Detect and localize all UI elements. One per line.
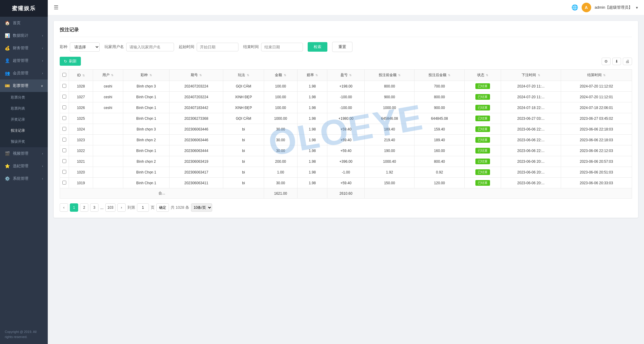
page-btn-2[interactable]: 2: [80, 203, 88, 212]
sidebar-item-lottery-category[interactable]: 彩票分类: [0, 92, 48, 103]
page-btn-103[interactable]: 103: [105, 203, 115, 212]
refresh-button[interactable]: ↻ 刷新: [60, 57, 81, 66]
sidebar-sub-label: 开奖记录: [11, 117, 25, 122]
sidebar-item-data-stats[interactable]: 📊 数据统计 ›: [0, 29, 48, 42]
username-input[interactable]: [126, 43, 174, 51]
row-id: 1019: [69, 178, 93, 188]
sidebar-sub-label: 投注记录: [11, 128, 25, 133]
topbar: ☰ 🌐 A admin【超级管理员】 ▾: [48, 0, 644, 15]
end-date-input[interactable]: [261, 43, 303, 51]
page-btn-1[interactable]: 1: [70, 203, 78, 212]
row-before-balance: 645846.08: [365, 113, 415, 124]
page-size-select[interactable]: 10条/页 20条/页 50条/页: [191, 203, 212, 212]
menu-toggle-icon[interactable]: ☰: [54, 4, 58, 11]
row-checkbox[interactable]: [62, 105, 66, 109]
row-user: [93, 124, 123, 135]
sidebar-item-activity[interactable]: ⭐ 选妃管理 ›: [0, 160, 48, 172]
row-checkbox[interactable]: [62, 148, 66, 152]
row-bet-time: 2023-06-06 22:...: [501, 145, 561, 156]
table-row: 1022 Bình Chọn 1 202306063444 bi 30.00 1…: [60, 145, 632, 156]
next-page-btn[interactable]: ›: [117, 203, 126, 212]
row-checkbox[interactable]: [62, 127, 66, 131]
sidebar-item-open-record[interactable]: 开奖记录: [0, 114, 48, 125]
table-row: 1028 ceshi Bình chọn 3 202407203224 GỌI …: [60, 81, 632, 92]
sidebar-item-video[interactable]: 🎬 视频管理 ›: [0, 147, 48, 160]
row-status: 已结算: [464, 167, 501, 178]
row-before-balance: 190.00: [365, 145, 415, 156]
page-goto-input[interactable]: [137, 203, 149, 212]
sidebar-item-lottery-list[interactable]: 彩票列表: [0, 103, 48, 114]
table-row: 1019 Bình Chọn 1 202306063411 bi 30.00 1…: [60, 178, 632, 188]
row-checkbox-cell: [60, 92, 69, 102]
row-play: XINH ĐẸP: [223, 102, 264, 113]
row-status: 已结算: [464, 145, 501, 156]
page-confirm-btn[interactable]: 确定: [156, 203, 169, 212]
row-lottery: Bình Chọn 1: [123, 113, 170, 124]
row-odds: 1.98: [297, 156, 327, 167]
sidebar-item-pre-open[interactable]: 预设开奖: [0, 136, 48, 147]
row-settle-time: 2023-06-06 22:18:03: [561, 124, 632, 135]
row-checkbox[interactable]: [62, 170, 66, 174]
reset-button[interactable]: 重置: [332, 42, 352, 52]
row-user: [93, 145, 123, 156]
sidebar-item-finance[interactable]: 💰 财务管理 ›: [0, 42, 48, 54]
topbar-left: ☰: [54, 4, 58, 11]
user-dropdown-icon[interactable]: ▾: [636, 5, 638, 10]
sidebar-item-super-admin[interactable]: 👤 超管管理 ›: [0, 54, 48, 67]
user-menu[interactable]: admin【超级管理员】: [595, 5, 632, 10]
row-checkbox[interactable]: [62, 138, 66, 142]
chevron-down-icon: ∨: [41, 84, 43, 87]
row-profit: -100.00: [327, 102, 365, 113]
start-date-input[interactable]: [197, 43, 238, 51]
row-checkbox[interactable]: [62, 159, 66, 163]
sidebar-item-lottery[interactable]: 🎫 彩票管理 ∨: [0, 79, 48, 92]
page-card: 投注记录 彩种 请选择 玩家用户名 起始时间 结束时: [54, 21, 638, 218]
finance-icon: 💰: [5, 46, 10, 50]
sidebar-item-system[interactable]: ⚙️ 系统管理 ›: [0, 172, 48, 185]
sidebar-item-member[interactable]: 👥 会员管理 ›: [0, 67, 48, 79]
row-status: 已结算: [464, 124, 501, 135]
chevron-right-icon: ›: [42, 34, 43, 37]
export-icon-btn[interactable]: ⬇: [612, 58, 621, 65]
filter-row: 彩种 请选择 玩家用户名 起始时间 结束时间 检索: [60, 42, 632, 52]
row-bet-time: 2023-06-06 20:...: [501, 167, 561, 178]
goto-label: 到第: [127, 205, 135, 210]
settings-icon-btn[interactable]: ⚙: [602, 58, 611, 65]
row-checkbox[interactable]: [62, 181, 66, 185]
sidebar: 蜜獾娱乐 🏠 首页 📊 数据统计 › 💰 财务管理 › 👤 超管管理 › 👥 会…: [0, 0, 48, 344]
row-odds: 1.98: [297, 135, 327, 145]
prev-page-btn[interactable]: ‹: [60, 203, 68, 212]
row-checkbox-cell: [60, 124, 69, 135]
print-icon-btn[interactable]: 🖨: [623, 58, 632, 65]
lottery-select[interactable]: 请选择: [70, 42, 100, 52]
page-btn-3[interactable]: 3: [90, 203, 98, 212]
sidebar-item-label: 首页: [13, 20, 21, 26]
sidebar-item-home[interactable]: 🏠 首页: [0, 17, 48, 29]
row-amount: 100.00: [264, 81, 297, 92]
language-icon[interactable]: 🌐: [571, 4, 578, 11]
sidebar-sub-menu: 彩票分类 彩票列表 开奖记录 投注记录 预设开奖: [0, 92, 48, 147]
row-amount: 1.00: [264, 167, 297, 178]
row-amount: 30.00: [264, 178, 297, 188]
row-odds: 1.98: [297, 167, 327, 178]
row-checkbox[interactable]: [62, 95, 66, 99]
row-id: 1020: [69, 167, 93, 178]
row-id: 1025: [69, 113, 93, 124]
select-all-checkbox[interactable]: [62, 73, 66, 77]
main-area: ☰ 🌐 A admin【超级管理员】 ▾ 投注记录 彩种 请选择 玩家用户名: [48, 0, 644, 344]
row-checkbox[interactable]: [62, 84, 66, 88]
sidebar-sub-label: 彩票列表: [11, 106, 25, 111]
row-amount: 200.00: [264, 156, 297, 167]
chevron-right-icon: ›: [42, 152, 43, 155]
sidebar-footer: Copyright @ 2019. All rights reserved.: [0, 325, 48, 344]
refresh-icon: ↻: [64, 59, 67, 64]
search-button[interactable]: 检索: [308, 42, 327, 52]
username-filter-group: 玩家用户名: [104, 43, 174, 51]
sidebar-item-bet-record[interactable]: 投注记录: [0, 125, 48, 136]
row-settle-time: 2024-07-20 11:12:02: [561, 81, 632, 92]
row-period: 202306063444: [170, 145, 223, 156]
row-after-balance: 700.00: [415, 81, 464, 92]
activity-icon: ⭐: [5, 164, 10, 168]
row-profit: -100.00: [327, 92, 365, 102]
row-checkbox[interactable]: [62, 116, 66, 120]
